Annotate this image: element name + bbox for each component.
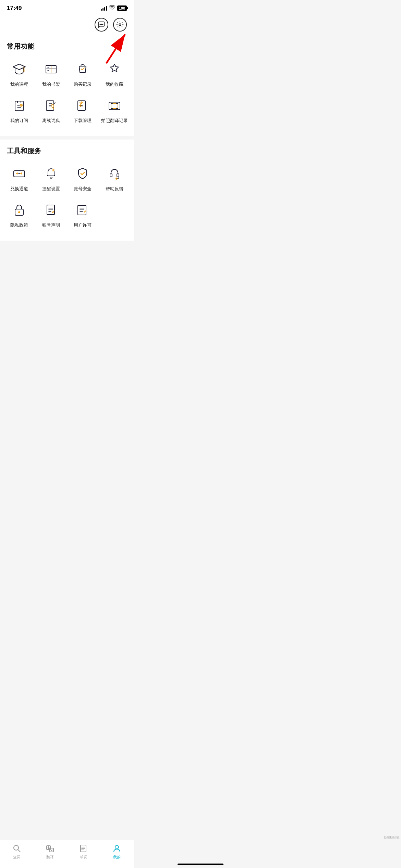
svg-rect-26 (117, 174, 119, 177)
grid-item-account-statement[interactable]: 账号声明 (35, 197, 67, 234)
grid-item-photo-translate[interactable]: 拍照翻译记录 (99, 93, 131, 129)
subscribe-icon (10, 96, 28, 114)
my-bookshelf-label: 我的书架 (42, 81, 60, 87)
grid-item-download-manager[interactable]: 下载管理 (67, 93, 99, 129)
star-icon (106, 60, 123, 78)
headset-icon (106, 165, 123, 182)
my-favorites-label: 我的收藏 (106, 81, 123, 87)
bookshelf-icon (42, 60, 60, 78)
battery-icon: 100 (117, 5, 127, 11)
account-statement-label: 账号声明 (42, 222, 60, 228)
user-license-label: 用户许可 (74, 222, 92, 228)
my-courses-label: 我的课程 (10, 81, 28, 87)
shield-check-icon (74, 165, 92, 182)
grid-item-my-subscriptions[interactable]: 我的订阅 (3, 93, 35, 129)
grid-item-my-bookshelf[interactable]: 我的书架 (35, 57, 67, 93)
photo-translate-label: 拍照翻译记录 (101, 118, 128, 124)
help-feedback-label: 帮助反馈 (106, 186, 123, 192)
download-icon (74, 96, 92, 114)
reminder-label: 提醒设置 (42, 186, 60, 192)
svg-point-31 (19, 211, 20, 213)
tools-row-1: 兑换通道 提醒设置 (3, 161, 130, 197)
status-icons: 100 (101, 5, 127, 11)
svg-point-3 (119, 24, 121, 26)
svg-rect-21 (14, 171, 25, 177)
svg-rect-25 (110, 174, 112, 177)
bell-icon (42, 165, 60, 182)
settings-button[interactable] (113, 18, 127, 32)
tools-services-section: 工具和服务 兑换通道 (0, 140, 134, 241)
grid-item-exchange[interactable]: 兑换通道 (3, 161, 35, 197)
wifi-icon (109, 5, 115, 11)
svg-point-28 (116, 178, 117, 179)
svg-point-0 (100, 24, 100, 25)
graduation-cap-icon (10, 60, 28, 78)
svg-rect-12 (46, 101, 54, 110)
grid-item-user-license[interactable]: 用户许可 (67, 197, 99, 234)
license-icon (74, 201, 92, 219)
download-manager-label: 下载管理 (74, 118, 92, 124)
grid-item-purchase-records[interactable]: 购买记录 (67, 57, 99, 93)
exchange-icon (10, 165, 28, 182)
offline-dict-label: 离线词典 (42, 118, 60, 124)
svg-point-6 (23, 70, 25, 72)
lock-icon (10, 201, 28, 219)
svg-point-24 (52, 169, 54, 171)
svg-point-2 (102, 24, 103, 25)
svg-rect-16 (111, 104, 118, 108)
camera-translate-icon (106, 96, 123, 114)
grid-item-privacy-policy[interactable]: 隐私政策 (3, 197, 35, 234)
grid-item-my-courses[interactable]: 我的课程 (3, 57, 35, 93)
exchange-label: 兑换通道 (10, 186, 28, 192)
common-features-section: 常用功能 我的课程 (0, 35, 134, 136)
grid-item-account-security[interactable]: 账号安全 (67, 161, 99, 197)
account-security-label: 账号安全 (74, 186, 92, 192)
privacy-policy-label: 隐私政策 (10, 222, 28, 228)
purchase-records-label: 购买记录 (74, 81, 92, 87)
grid-item-reminder[interactable]: 提醒设置 (35, 161, 67, 197)
tools-services-title: 工具和服务 (3, 146, 130, 161)
common-features-row-2: 我的订阅 离线词典 (3, 93, 130, 129)
status-time: 17:49 (7, 5, 22, 12)
document-icon (42, 201, 60, 219)
offline-book-icon (42, 96, 60, 114)
my-subscriptions-label: 我的订阅 (10, 118, 28, 124)
svg-rect-36 (78, 205, 86, 215)
message-button[interactable] (95, 18, 108, 32)
shopping-bag-icon (74, 60, 92, 78)
common-features-row-1: 我的课程 我的书架 (3, 57, 130, 93)
signal-icon (101, 6, 107, 11)
svg-point-1 (101, 24, 102, 25)
grid-item-my-favorites[interactable]: 我的收藏 (99, 57, 131, 93)
top-action-bar (0, 14, 134, 35)
main-content: 常用功能 我的课程 (0, 35, 134, 278)
tools-row-2: 隐私政策 账号声明 (3, 197, 130, 234)
common-features-title: 常用功能 (3, 42, 130, 57)
grid-item-offline-dict[interactable]: 离线词典 (35, 93, 67, 129)
status-bar: 17:49 100 (0, 0, 134, 14)
grid-item-help-feedback[interactable]: 帮助反馈 (99, 161, 131, 197)
